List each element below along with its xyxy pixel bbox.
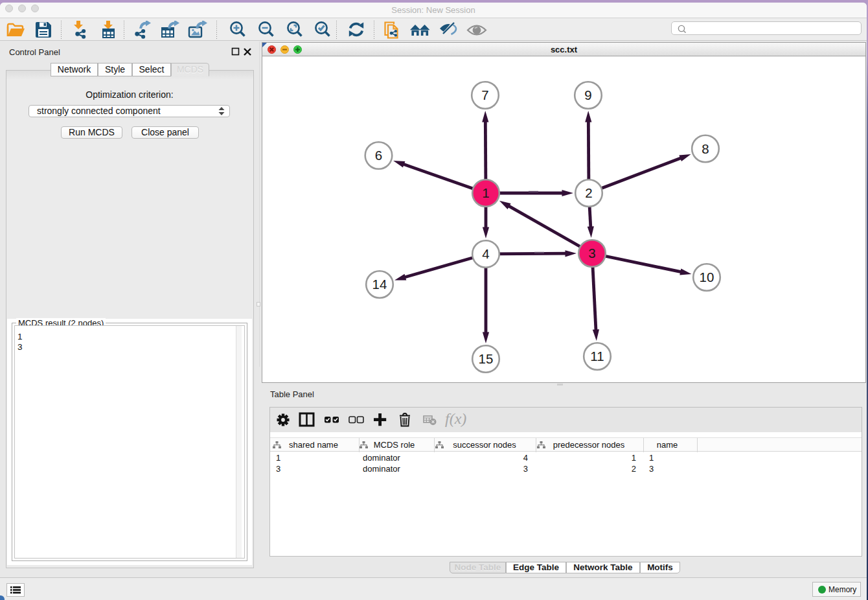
svg-text:1: 1 <box>482 185 489 200</box>
svg-text:11: 11 <box>590 349 604 363</box>
svg-text:7: 7 <box>481 87 488 102</box>
svg-text:15: 15 <box>479 351 494 366</box>
svg-text:10: 10 <box>700 270 714 284</box>
svg-text:8: 8 <box>702 141 709 156</box>
svg-text:14: 14 <box>372 277 387 292</box>
svg-text:6: 6 <box>375 148 382 163</box>
svg-text:9: 9 <box>584 87 591 102</box>
svg-text:3: 3 <box>588 246 595 260</box>
svg-text:4: 4 <box>482 246 489 261</box>
svg-text:2: 2 <box>585 185 592 200</box>
